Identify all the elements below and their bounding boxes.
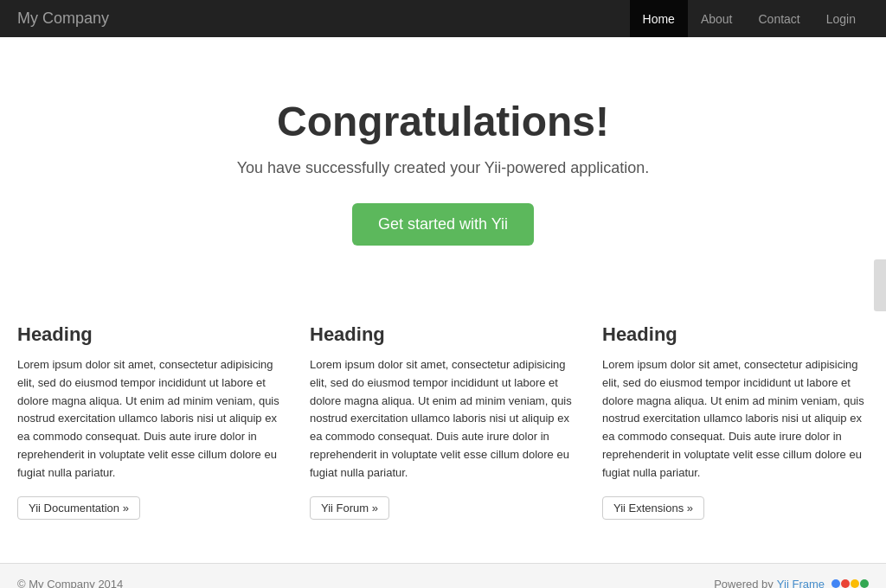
nav-brand[interactable]: My Company	[17, 10, 109, 28]
column-3: Heading Lorem ipsum dolor sit amet, cons…	[602, 323, 869, 520]
hero-subtext: You have successfully created your Yii-p…	[17, 159, 869, 177]
col1-heading: Heading	[17, 323, 284, 346]
col1-body: Lorem ipsum dolor sit amet, consectetur …	[17, 356, 284, 483]
footer-copyright: © My Company 2014	[17, 578, 123, 588]
column-1: Heading Lorem ipsum dolor sit amet, cons…	[17, 323, 284, 520]
nav-home[interactable]: Home	[630, 0, 688, 37]
hero-section: Congratulations! You have successfully c…	[0, 37, 886, 297]
logo-dot-blue	[831, 579, 840, 588]
cta-button[interactable]: Get started with Yii	[352, 203, 534, 246]
nav-links: Home About Contact Login	[630, 0, 869, 37]
yii-link[interactable]: Yii Frame	[777, 578, 825, 588]
col3-heading: Heading	[602, 323, 869, 346]
logo-dot-red	[841, 579, 850, 588]
hero-heading: Congratulations!	[17, 98, 869, 145]
col2-heading: Heading	[310, 323, 576, 346]
nav-contact[interactable]: Contact	[745, 0, 812, 37]
col3-body: Lorem ipsum dolor sit amet, consectetur …	[602, 356, 869, 483]
col1-link[interactable]: Yii Documentation »	[17, 496, 140, 520]
columns-section: Heading Lorem ipsum dolor sit amet, cons…	[0, 297, 886, 563]
powered-by-label: Powered by	[714, 578, 774, 588]
yii-logo	[831, 579, 869, 588]
column-2: Heading Lorem ipsum dolor sit amet, cons…	[310, 323, 576, 520]
scrollbar-thumb[interactable]	[874, 259, 886, 311]
col3-link[interactable]: Yii Extensions »	[602, 496, 704, 520]
col2-body: Lorem ipsum dolor sit amet, consectetur …	[310, 356, 576, 483]
footer: © My Company 2014 Powered by Yii Frame	[0, 563, 886, 588]
nav-about[interactable]: About	[688, 0, 746, 37]
nav-login[interactable]: Login	[813, 0, 869, 37]
col2-link[interactable]: Yii Forum »	[310, 496, 389, 520]
logo-dot-green	[860, 579, 869, 588]
logo-dot-yellow	[851, 579, 859, 588]
navbar: My Company Home About Contact Login	[0, 0, 886, 37]
footer-powered: Powered by Yii Frame	[714, 578, 869, 588]
